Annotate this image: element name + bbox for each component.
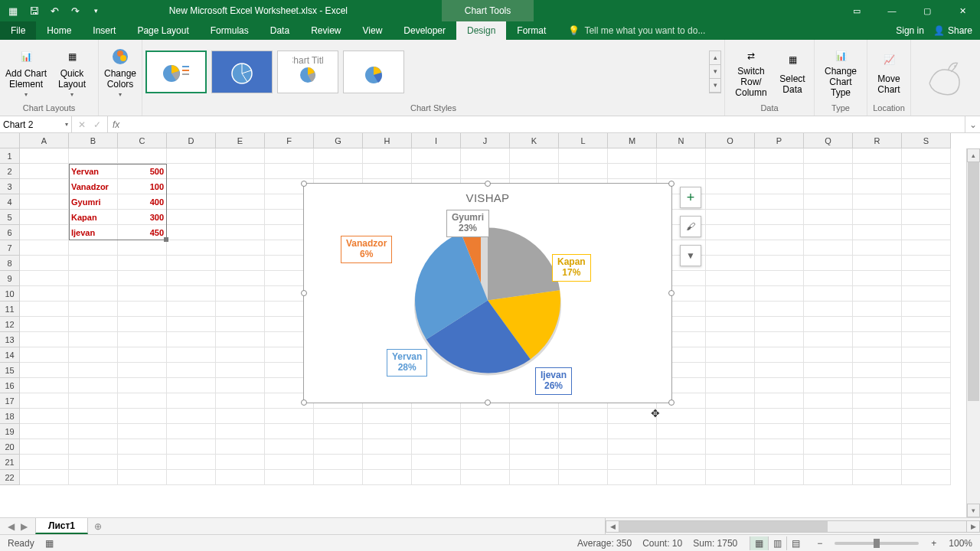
cell[interactable]: [314, 424, 363, 439]
scroll-up-icon[interactable]: ▴: [967, 148, 980, 162]
tab-design[interactable]: Design: [456, 21, 506, 40]
cell[interactable]: [559, 470, 608, 485]
cell[interactable]: [167, 424, 216, 439]
cell[interactable]: [216, 225, 265, 240]
cell[interactable]: [314, 455, 363, 470]
cell[interactable]: [118, 317, 167, 332]
cell[interactable]: [902, 363, 951, 378]
cell[interactable]: [20, 179, 69, 194]
cell[interactable]: [804, 240, 853, 256]
maximize-button[interactable]: ▢: [910, 0, 945, 21]
cell[interactable]: [314, 148, 363, 164]
cell[interactable]: [118, 302, 167, 317]
cell[interactable]: [804, 439, 853, 455]
cell[interactable]: [853, 225, 902, 240]
cell[interactable]: [412, 424, 461, 439]
cell[interactable]: [755, 256, 804, 271]
pie-chart[interactable]: [407, 220, 568, 383]
cell[interactable]: [706, 210, 755, 225]
change-colors-button[interactable]: Change Colors ▾: [103, 46, 137, 98]
tab-scroll-right-icon[interactable]: ▶: [21, 521, 28, 532]
row-header[interactable]: 15: [0, 363, 20, 378]
fx-icon[interactable]: fx: [108, 116, 124, 132]
row-header[interactable]: 18: [0, 409, 20, 424]
cell[interactable]: [167, 393, 216, 409]
name-box[interactable]: Chart 2 ▾: [0, 116, 72, 132]
cell[interactable]: [804, 225, 853, 240]
cell[interactable]: [69, 302, 118, 317]
cell[interactable]: [412, 455, 461, 470]
cell[interactable]: [853, 378, 902, 393]
cell[interactable]: [167, 470, 216, 485]
label-gyumri[interactable]: Gyumri 23%: [446, 210, 489, 237]
cell[interactable]: [902, 332, 951, 347]
cell[interactable]: [853, 271, 902, 286]
column-header[interactable]: D: [167, 133, 216, 148]
column-header[interactable]: L: [559, 133, 608, 148]
cell[interactable]: [804, 302, 853, 317]
change-chart-type-button[interactable]: 📊 Change Chart Type: [819, 46, 862, 98]
cell[interactable]: [755, 317, 804, 332]
qat-customize-icon[interactable]: ▾: [86, 0, 106, 21]
cell[interactable]: [167, 439, 216, 455]
cell[interactable]: [216, 378, 265, 393]
cell[interactable]: [461, 409, 510, 424]
label-ijevan[interactable]: Ijevan 26%: [535, 367, 572, 395]
cell[interactable]: [69, 240, 118, 256]
cell[interactable]: [706, 194, 755, 210]
macro-record-icon[interactable]: ▦: [45, 538, 54, 549]
cell[interactable]: [20, 194, 69, 210]
chart-style-1[interactable]: [145, 51, 207, 93]
worksheet[interactable]: ABCDEFGHIJKLMNOPQRS 12345678910111213141…: [0, 133, 980, 517]
column-header[interactable]: H: [363, 133, 412, 148]
cell[interactable]: [559, 148, 608, 164]
tab-page-layout[interactable]: Page Layout: [126, 21, 199, 40]
cell[interactable]: [902, 439, 951, 455]
cell[interactable]: [20, 378, 69, 393]
cell[interactable]: [608, 455, 657, 470]
cell[interactable]: [902, 302, 951, 317]
cell[interactable]: [118, 148, 167, 164]
label-vanadzor[interactable]: Vanadzor 6%: [341, 236, 392, 263]
cell[interactable]: [902, 393, 951, 409]
cell[interactable]: [706, 240, 755, 256]
cell[interactable]: [706, 363, 755, 378]
cell[interactable]: [559, 164, 608, 179]
cell[interactable]: [804, 332, 853, 347]
cell[interactable]: [20, 210, 69, 225]
ribbon-display-options-icon[interactable]: ▭: [839, 0, 874, 21]
row-header[interactable]: 10: [0, 286, 20, 302]
row-header[interactable]: 21: [0, 455, 20, 470]
cell[interactable]: [902, 317, 951, 332]
enter-formula-icon[interactable]: ✓: [93, 119, 101, 130]
cell[interactable]: [755, 439, 804, 455]
cell[interactable]: [118, 393, 167, 409]
cell[interactable]: [412, 164, 461, 179]
cell[interactable]: [706, 286, 755, 302]
cell[interactable]: [118, 286, 167, 302]
cell[interactable]: [167, 378, 216, 393]
column-header[interactable]: I: [412, 133, 461, 148]
cell[interactable]: [265, 455, 314, 470]
column-header[interactable]: K: [510, 133, 559, 148]
cell[interactable]: [265, 164, 314, 179]
cell[interactable]: [902, 210, 951, 225]
cell[interactable]: [314, 470, 363, 485]
cell[interactable]: [20, 271, 69, 286]
cell[interactable]: [510, 148, 559, 164]
cell[interactable]: [608, 409, 657, 424]
tab-format[interactable]: Format: [506, 21, 557, 40]
sheet-tab-1[interactable]: Лист1: [35, 518, 88, 534]
cell[interactable]: [69, 363, 118, 378]
cell[interactable]: [853, 393, 902, 409]
vertical-scrollbar[interactable]: ▴ ▾: [966, 148, 980, 517]
cell[interactable]: [412, 148, 461, 164]
row-header[interactable]: 16: [0, 378, 20, 393]
cell[interactable]: [755, 378, 804, 393]
cell[interactable]: [412, 439, 461, 455]
chart-filters-button[interactable]: ▼: [680, 245, 701, 266]
cell[interactable]: [706, 455, 755, 470]
row-header[interactable]: 9: [0, 271, 20, 286]
cell[interactable]: [265, 470, 314, 485]
cell[interactable]: [167, 455, 216, 470]
